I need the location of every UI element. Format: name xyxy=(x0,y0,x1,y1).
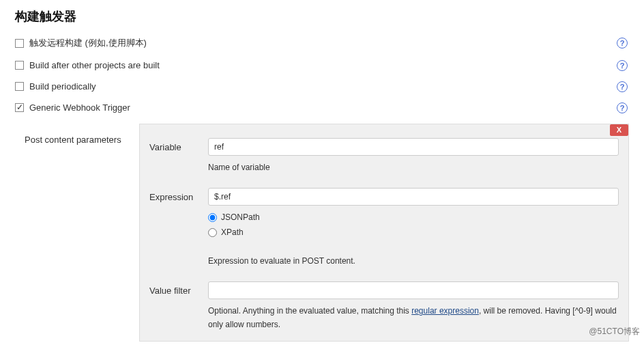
trigger-remote-row: 触发远程构建 (例如,使用脚本) ? xyxy=(15,37,629,49)
regular-expression-link[interactable]: regular expression xyxy=(411,306,479,316)
variable-hint: Name of variable xyxy=(208,161,619,174)
xpath-radio[interactable] xyxy=(208,228,217,237)
value-filter-hint: Optional. Anything in the evaluated valu… xyxy=(208,305,619,331)
value-filter-input[interactable] xyxy=(208,281,619,299)
trigger-remote-label[interactable]: 触发远程构建 (例如,使用脚本) xyxy=(29,37,147,49)
trigger-generic-webhook-checkbox[interactable] xyxy=(15,103,24,112)
variable-label: Variable xyxy=(149,138,208,152)
trigger-remote-checkbox[interactable] xyxy=(15,39,24,48)
section-title: 构建触发器 xyxy=(15,8,629,25)
trigger-periodically-label[interactable]: Build periodically xyxy=(29,81,96,92)
watermark: @51CTO博客 xyxy=(589,326,640,337)
close-button[interactable]: X xyxy=(610,124,628,136)
post-content-panel: X Variable Name of variable Expression J… xyxy=(139,124,629,342)
trigger-generic-webhook-label[interactable]: Generic Webhook Trigger xyxy=(29,102,130,113)
variable-input[interactable] xyxy=(208,138,619,156)
expression-type-group: JSONPath XPath xyxy=(208,212,619,237)
trigger-periodically-checkbox[interactable] xyxy=(15,82,24,91)
help-icon[interactable]: ? xyxy=(617,81,628,92)
xpath-radio-item[interactable]: XPath xyxy=(208,227,619,237)
help-icon[interactable]: ? xyxy=(617,60,628,71)
trigger-after-projects-checkbox[interactable] xyxy=(15,61,24,70)
trigger-after-projects-row: Build after other projects are built ? xyxy=(15,60,629,70)
expression-row: Expression JSONPath XPath Expression t xyxy=(149,188,619,268)
jsonpath-radio-label[interactable]: JSONPath xyxy=(221,212,260,222)
value-filter-hint-before: Optional. Anything in the evaluated valu… xyxy=(208,306,411,316)
trigger-after-projects-label[interactable]: Build after other projects are built xyxy=(29,60,160,70)
trigger-generic-webhook-row: Generic Webhook Trigger ? xyxy=(15,102,629,113)
expression-hint: Expression to evaluate in POST content. xyxy=(208,255,619,268)
jsonpath-radio-item[interactable]: JSONPath xyxy=(208,212,619,222)
post-content-parameters-section: Post content parameters X Variable Name … xyxy=(25,124,629,342)
xpath-radio-label[interactable]: XPath xyxy=(221,227,244,237)
expression-label: Expression xyxy=(149,188,208,202)
post-content-heading: Post content parameters xyxy=(25,124,139,342)
trigger-periodically-row: Build periodically ? xyxy=(15,81,629,92)
help-icon[interactable]: ? xyxy=(617,102,628,113)
variable-row: Variable Name of variable xyxy=(149,138,619,174)
help-icon[interactable]: ? xyxy=(617,38,628,49)
value-filter-label: Value filter xyxy=(149,281,208,296)
jsonpath-radio[interactable] xyxy=(208,213,217,222)
value-filter-row: Value filter Optional. Anything in the e… xyxy=(149,281,619,331)
expression-input[interactable] xyxy=(208,188,619,206)
